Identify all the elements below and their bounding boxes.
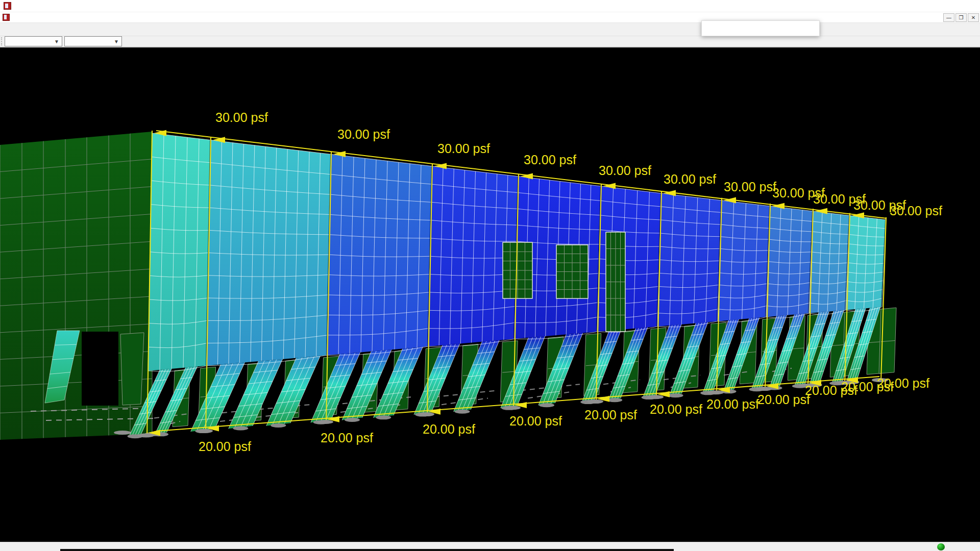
deformed-panel — [207, 140, 331, 366]
viewport-3d[interactable]: 30.00 psf30.00 psf30.00 psf30.00 psf30.0… — [0, 47, 980, 542]
float-close-button[interactable] — [804, 21, 819, 36]
load-label: 30.00 psf — [664, 172, 716, 186]
menu-bar: — ❐ ✕ — [0, 12, 980, 23]
load-label: 30.00 psf — [524, 153, 576, 167]
load-label: 20.00 psf — [423, 422, 475, 436]
load-label: 30.00 psf — [337, 127, 390, 141]
deformed-panel — [657, 193, 722, 327]
mdi-close-button[interactable]: ✕ — [968, 13, 979, 22]
load-label: 20.00 psf — [706, 397, 759, 411]
end-wall-panel — [0, 132, 162, 440]
load-label: 30.00 psf — [437, 141, 490, 156]
status-indicator-icon — [937, 543, 945, 550]
mdi-minimize-button[interactable]: — — [943, 13, 954, 22]
deformed-panel — [327, 154, 432, 355]
deformed-panel — [718, 201, 770, 322]
load-label: 30.00 psf — [599, 163, 651, 178]
chevron-down-icon: ▼ — [54, 39, 59, 44]
load-label: 30.00 psf — [215, 110, 268, 124]
load-label: 20.00 psf — [650, 402, 702, 416]
displacement-scene: 30.00 psf30.00 psf30.00 psf30.00 psf30.0… — [0, 47, 980, 542]
load-label: 20.00 psf — [509, 414, 562, 428]
bottom-load-labels: 20.00 psf20.00 psf20.00 psf20.00 psf20.0… — [199, 376, 929, 454]
load-label: 20.00 psf — [321, 431, 373, 445]
main-toolbar — [0, 23, 980, 36]
displacements-window[interactable] — [701, 20, 820, 36]
app-icon — [4, 2, 11, 10]
chevron-down-icon: ▼ — [114, 39, 119, 44]
toolbar-grip[interactable] — [1, 37, 4, 45]
deformed-panel — [809, 211, 850, 314]
tilt-up-model: 30.00 psf30.00 psf30.00 psf30.00 psf30.0… — [0, 110, 942, 454]
load-label: 20.00 psf — [757, 392, 810, 407]
load-label: 20.00 psf — [199, 439, 251, 454]
load-label: 20.00 psf — [877, 376, 929, 390]
load-cases-dropdown[interactable]: ▼ — [64, 36, 122, 46]
load-label: 30.00 psf — [724, 180, 776, 194]
load-label: 30.00 psf — [890, 204, 942, 218]
deformed-panel — [148, 133, 211, 371]
deformed-panel — [846, 215, 886, 311]
ram-frame-window: — ❐ ✕ ▼ ▼ 30.00 psf30.00 psf30.00 psf30.… — [0, 0, 980, 551]
deformed-panel — [766, 206, 813, 318]
float-maximize-button[interactable] — [789, 21, 804, 36]
mdi-restore-button[interactable]: ❐ — [955, 13, 967, 22]
minimize-button[interactable] — [911, 0, 934, 12]
restore-button[interactable] — [934, 0, 957, 12]
mode-dropdown[interactable]: ▼ — [5, 36, 62, 46]
analysis-toolbar: ▼ ▼ — [0, 36, 980, 47]
status-bar — [0, 542, 980, 551]
load-label: 20.00 psf — [584, 408, 637, 422]
status-divider — [60, 549, 674, 551]
document-icon — [3, 14, 10, 21]
float-minimize-button[interactable] — [773, 21, 789, 36]
close-button[interactable] — [957, 0, 980, 12]
title-bar — [0, 0, 980, 12]
